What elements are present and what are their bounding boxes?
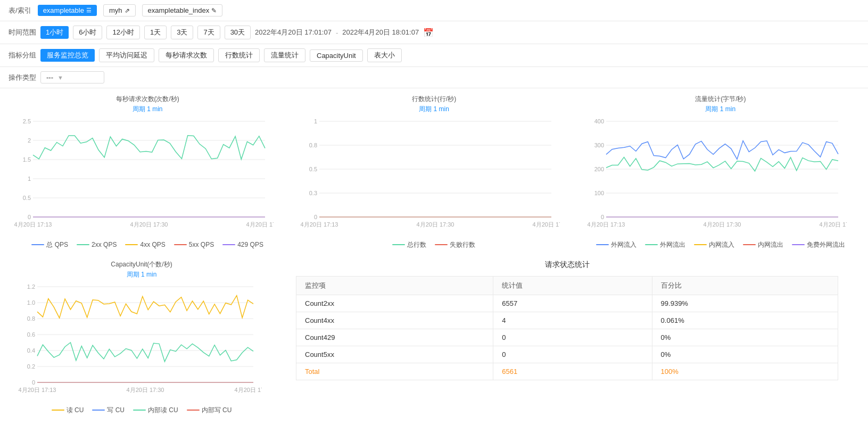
traffic-chart-container <box>586 116 855 238</box>
time-btn-12h[interactable]: 12小时 <box>106 26 139 39</box>
charts-area: 每秒请求次数(次数/秒) 周期 1 min 总 QPS 2xx QPS 4xx … <box>0 88 868 419</box>
table-index-label: 表/索引 <box>9 6 31 15</box>
legend-net-out: 外网流出 <box>645 240 685 249</box>
metric-label: 指标分组 <box>9 51 36 60</box>
time-start: 2022年4月20日 17:01:07 <box>255 28 332 37</box>
col-monitor-item: 监控项 <box>296 276 493 295</box>
read-cu-line-icon <box>52 410 64 411</box>
5xx-qps-line-icon <box>174 244 187 245</box>
percent-cell: 100% <box>652 363 838 380</box>
monitor-item-cell: Count4xx <box>296 312 493 329</box>
time-btn-3d[interactable]: 3天 <box>171 26 193 39</box>
op-type-value: --- <box>46 73 53 81</box>
legend-intra-out: 内网流出 <box>743 240 783 249</box>
time-label: 时间范围 <box>9 28 36 37</box>
net-in-line-icon <box>596 244 609 245</box>
capacity-chart-subtitle: 周期 1 min <box>17 270 266 279</box>
legend-internal-write-cu: 内部写 CU <box>187 406 232 415</box>
percent-cell: 99.939% <box>652 295 838 312</box>
percent-cell: 0% <box>652 329 838 346</box>
time-btn-1d[interactable]: 1天 <box>144 26 167 39</box>
table-row: Count4xx 4 0.061% <box>296 312 838 329</box>
legend-internal-read-cu: 内部读 CU <box>133 406 178 415</box>
status-table: 监控项 统计值 百分比 Count2xx 6557 99.939% Count4… <box>296 276 838 380</box>
index-tag[interactable]: exampletable_index ✎ <box>142 4 223 16</box>
table-row: Total 6561 100% <box>296 363 838 380</box>
value-cell: 6557 <box>493 295 652 312</box>
legend-4xx-qps: 4xx QPS <box>125 240 165 249</box>
monitor-item-cell: Count5xx <box>296 346 493 363</box>
legend-total-qps: 总 QPS <box>31 240 68 249</box>
rows-chart-title: 行数统计(行/秒) <box>299 95 568 104</box>
time-range: 2022年4月20日 17:01:07 - 2022年4月20日 18:01:0… <box>255 28 434 38</box>
free-net-out-line-icon <box>792 244 805 245</box>
chevron-down-icon: ▼ <box>57 74 63 81</box>
legend-read-cu: 读 CU <box>52 406 84 415</box>
time-btn-30d[interactable]: 30天 <box>225 26 251 39</box>
op-type-label: 操作类型 <box>9 73 36 82</box>
time-end: 2022年4月20日 18:01:07 <box>342 28 419 37</box>
status-table-header-row: 监控项 统计值 百分比 <box>296 276 838 295</box>
time-btn-6h[interactable]: 6小时 <box>73 26 102 39</box>
metric-btn-tablesize[interactable]: 表大小 <box>367 48 402 62</box>
rows-chart-subtitle: 周期 1 min <box>299 105 568 114</box>
legend-net-in: 外网流入 <box>596 240 636 249</box>
time-btn-7d[interactable]: 7天 <box>197 26 220 39</box>
qps-chart-subtitle: 周期 1 min <box>13 105 282 114</box>
rows-legend: 总行数 失败行数 <box>299 240 568 249</box>
time-row: 时间范围 1小时 6小时 12小时 1天 3天 7天 30天 2022年4月20… <box>0 21 868 44</box>
traffic-chart-panel: 流量统计(字节/秒) 周期 1 min 外网流入 外网流出 内网流入 <box>577 88 864 254</box>
failed-rows-line-icon <box>435 244 448 245</box>
metric-btn-qps[interactable]: 每秒请求次数 <box>159 48 214 62</box>
monitor-item-cell: Count2xx <box>296 295 493 312</box>
status-table-title: 请求状态统计 <box>296 260 838 270</box>
metric-btn-latency[interactable]: 平均访问延迟 <box>99 48 154 62</box>
legend-total-rows: 总行数 <box>392 240 426 249</box>
toolbar-row: 表/索引 exampletable ☰ myh ⇗ exampletable_i… <box>0 0 868 21</box>
value-cell: 6561 <box>493 363 652 380</box>
net-out-line-icon <box>645 244 658 245</box>
capacity-chart-container <box>17 281 266 404</box>
legend-2xx-qps: 2xx QPS <box>77 240 117 249</box>
intra-in-line-icon <box>694 244 707 245</box>
bottom-area: CapacityUnit(个数/秒) 周期 1 min 读 CU 写 CU 内部… <box>4 254 864 419</box>
table-row: Count429 0 0% <box>296 329 838 346</box>
metric-row: 指标分组 服务监控总览 平均访问延迟 每秒请求次数 行数统计 流量统计 Capa… <box>0 44 868 67</box>
legend-intra-in: 内网流入 <box>694 240 734 249</box>
table-row: Count5xx 0 0% <box>296 346 838 363</box>
table-row: Count2xx 6557 99.939% <box>296 295 838 312</box>
value-cell: 4 <box>493 312 652 329</box>
time-btn-1h[interactable]: 1小时 <box>40 26 69 39</box>
total-rows-line-icon <box>392 244 405 245</box>
percent-cell: 0% <box>652 346 838 363</box>
op-type-select[interactable]: --- ▼ <box>40 71 104 84</box>
metric-btn-overview[interactable]: 服务监控总览 <box>40 49 95 62</box>
share-tag[interactable]: myh ⇗ <box>103 4 136 16</box>
col-value: 统计值 <box>493 276 652 295</box>
value-cell: 0 <box>493 329 652 346</box>
qps-chart-container <box>13 116 282 238</box>
capacity-chart-panel: CapacityUnit(个数/秒) 周期 1 min 读 CU 写 CU 内部… <box>9 254 275 419</box>
col-percent: 百分比 <box>652 276 838 295</box>
metric-btn-traffic[interactable]: 流量统计 <box>264 48 305 62</box>
429-qps-line-icon <box>222 244 235 245</box>
status-table-panel: 请求状态统计 监控项 统计值 百分比 Count2xx 6557 99.939%… <box>275 254 859 419</box>
write-cu-line-icon <box>92 410 105 411</box>
qps-chart-title: 每秒请求次数(次数/秒) <box>13 95 282 104</box>
legend-5xx-qps: 5xx QPS <box>174 240 214 249</box>
metric-btn-rows[interactable]: 行数统计 <box>218 48 260 62</box>
rows-chart-panel: 行数统计(行/秒) 周期 1 min 总行数 失败行数 <box>291 88 577 254</box>
traffic-chart-title: 流量统计(字节/秒) <box>586 95 855 104</box>
2xx-qps-line-icon <box>77 244 89 245</box>
metric-btn-cu[interactable]: CapacityUnit <box>310 49 363 62</box>
4xx-qps-line-icon <box>125 244 138 245</box>
traffic-legend: 外网流入 外网流出 内网流入 内网流出 免费外网流出 <box>586 240 855 249</box>
legend-failed-rows: 失败行数 <box>435 240 475 249</box>
legend-free-net-out: 免费外网流出 <box>792 240 845 249</box>
monitor-item-cell: Count429 <box>296 329 493 346</box>
total-qps-line-icon <box>31 244 44 245</box>
table-tag[interactable]: exampletable ☰ <box>38 5 97 16</box>
capacity-legend: 读 CU 写 CU 内部读 CU 内部写 CU <box>17 406 266 415</box>
legend-429-qps: 429 QPS <box>222 240 263 249</box>
calendar-icon[interactable]: 📅 <box>423 28 434 38</box>
